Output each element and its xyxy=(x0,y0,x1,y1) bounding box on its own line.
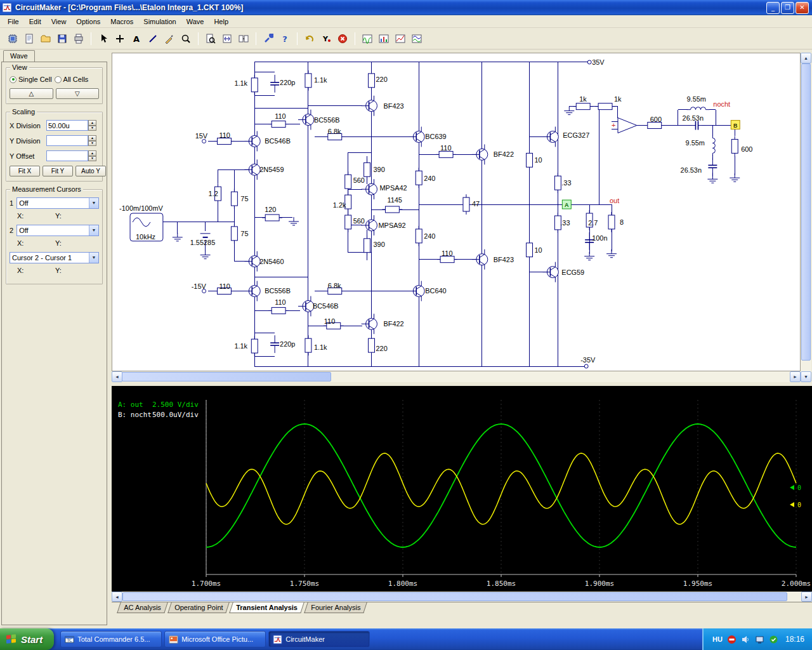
component-label[interactable]: 2N5459 xyxy=(259,166,284,173)
component-label[interactable]: 6.8k xyxy=(328,282,341,289)
resistor-h[interactable] xyxy=(645,123,665,129)
line-analysis-icon[interactable] xyxy=(393,31,408,46)
capacitor-v[interactable] xyxy=(708,157,717,175)
transistor-jfet[interactable] xyxy=(244,159,260,180)
resistor-v[interactable] xyxy=(305,70,311,91)
resistor-h[interactable] xyxy=(382,206,402,213)
component-label[interactable]: 110 xyxy=(275,112,285,120)
tab-transient-analysis[interactable]: Transient Analysis xyxy=(229,602,304,613)
scroll-left-icon[interactable]: ◄ xyxy=(112,592,122,602)
resistor-h[interactable] xyxy=(436,151,456,157)
component-label[interactable]: 75 xyxy=(240,195,248,202)
component-label[interactable]: 6.8k xyxy=(328,128,341,135)
spin-down-icon[interactable]: ▼ xyxy=(88,126,96,131)
component-label[interactable]: 75 xyxy=(240,230,248,237)
component-label[interactable]: -35V xyxy=(580,356,596,364)
scroll-right-icon[interactable]: ► xyxy=(801,592,812,602)
wave-panel-tab[interactable]: Wave xyxy=(3,50,35,62)
transistor-npn[interactable] xyxy=(362,96,377,116)
transistor-npn[interactable] xyxy=(542,262,558,282)
transistor-npn[interactable] xyxy=(542,127,558,147)
probe-y-icon[interactable]: Y xyxy=(318,31,334,46)
tab-ac-analysis[interactable]: AC Analysis xyxy=(117,602,167,613)
capacitor-h[interactable] xyxy=(688,121,706,130)
ground[interactable] xyxy=(289,217,299,225)
capacitor-v[interactable] xyxy=(270,75,279,93)
chevron-down-icon[interactable]: ▼ xyxy=(89,198,98,208)
legend-probe-name[interactable]: B: nocht xyxy=(118,411,152,419)
all-cells-radio[interactable]: All Cells xyxy=(55,76,89,83)
new-file-icon[interactable] xyxy=(22,31,37,46)
component-label[interactable]: BF423 xyxy=(494,256,514,263)
component-label[interactable]: 9.55m xyxy=(687,95,706,103)
close-button[interactable]: ✕ xyxy=(796,2,809,14)
volume-icon[interactable] xyxy=(741,635,750,644)
waveform-window-icon[interactable] xyxy=(360,31,375,46)
component-label[interactable]: 1k xyxy=(614,95,622,103)
spin-up-icon[interactable]: ▲ xyxy=(88,120,96,126)
y-offset-spinner[interactable]: ▲▼ xyxy=(88,150,96,161)
resistor-v[interactable] xyxy=(527,150,533,170)
battery[interactable] xyxy=(200,234,211,237)
tray-icon-2[interactable] xyxy=(755,635,764,644)
scroll-up-button[interactable]: △ xyxy=(10,88,53,99)
x-division-spinner[interactable]: ▲▼ xyxy=(88,120,96,131)
tab-operating-point[interactable]: Operating Point xyxy=(167,602,230,613)
component-label[interactable]: 26.53n xyxy=(683,114,704,122)
component-label[interactable]: 110 xyxy=(219,282,230,290)
component-label[interactable]: out xyxy=(610,197,619,204)
component-label[interactable]: BC546B xyxy=(265,137,291,145)
component-label[interactable]: 1.1k xyxy=(234,79,247,87)
scrollbar-thumb[interactable] xyxy=(122,372,331,381)
transistor-npn[interactable] xyxy=(244,281,260,302)
schematic-canvas[interactable]: 35V1.1k220p1.1k220110BC556BBF42315V110BC… xyxy=(112,53,801,371)
spin-down-icon[interactable]: ▼ xyxy=(88,141,96,147)
component-label[interactable]: ECG59 xyxy=(561,269,584,276)
resistor-v[interactable] xyxy=(305,335,311,355)
scrollbar-thumb[interactable] xyxy=(801,63,811,361)
component-label[interactable]: 1.1k xyxy=(234,342,247,350)
probe-marker-B[interactable]: B xyxy=(731,121,740,129)
resistor-v[interactable] xyxy=(369,70,375,91)
component-label[interactable]: 110 xyxy=(219,131,230,139)
language-indicator[interactable]: HU xyxy=(712,635,723,643)
resistor-v[interactable] xyxy=(608,212,615,232)
resistor-h[interactable] xyxy=(573,103,593,110)
component-label[interactable]: 8 xyxy=(620,218,624,226)
ground[interactable] xyxy=(707,175,717,183)
scroll-right-icon[interactable]: ► xyxy=(790,371,801,382)
terminal[interactable] xyxy=(584,364,588,368)
component-label[interactable]: 1.2 xyxy=(209,190,218,197)
scrollbar-thumb[interactable] xyxy=(122,592,787,601)
component-label[interactable]: BF423 xyxy=(383,102,403,110)
menu-edit[interactable]: Edit xyxy=(24,17,46,27)
component-label[interactable]: BC556B xyxy=(265,287,291,295)
fit-y-button[interactable]: Fit Y xyxy=(43,166,73,176)
chevron-down-icon[interactable]: ▼ xyxy=(89,253,98,263)
transistor-npn[interactable] xyxy=(362,314,377,334)
component-label[interactable]: BC556B xyxy=(314,116,340,124)
probe-tool-icon[interactable] xyxy=(162,31,177,46)
browse-parts-icon[interactable] xyxy=(5,31,20,46)
single-cell-radio[interactable]: Single Cell xyxy=(10,76,52,83)
component-label[interactable]: 600 xyxy=(741,145,752,153)
y-offset-input[interactable] xyxy=(46,150,88,161)
bar-analysis-icon[interactable] xyxy=(376,31,391,46)
stop-simulation-icon[interactable] xyxy=(335,31,350,46)
tab-fourier-analysis[interactable]: Fourier Analysis xyxy=(304,602,367,613)
component-label[interactable]: 1.1k xyxy=(314,76,327,84)
schematic-hscrollbar[interactable]: ◄ ► xyxy=(112,371,801,382)
cursor1-select[interactable]: Off ▼ xyxy=(16,197,99,209)
text-tool-icon[interactable]: A xyxy=(129,31,144,46)
component-label[interactable]: 390 xyxy=(374,166,385,173)
component-label[interactable]: 220p xyxy=(280,79,295,86)
resistor-h[interactable] xyxy=(437,256,457,263)
schematic-labels[interactable]: 35V1.1k220p1.1k220110BC556BBF42315V110BC… xyxy=(119,58,752,364)
transistor-jfet[interactable] xyxy=(244,251,260,272)
fit-to-page-icon[interactable] xyxy=(219,31,235,46)
resistor-v[interactable] xyxy=(416,226,422,246)
component-label[interactable]: 26.53n xyxy=(681,166,702,174)
component-label[interactable]: 560 xyxy=(353,176,365,184)
x-division-input[interactable] xyxy=(46,120,88,131)
scroll-down-icon[interactable]: ▼ xyxy=(801,371,811,382)
